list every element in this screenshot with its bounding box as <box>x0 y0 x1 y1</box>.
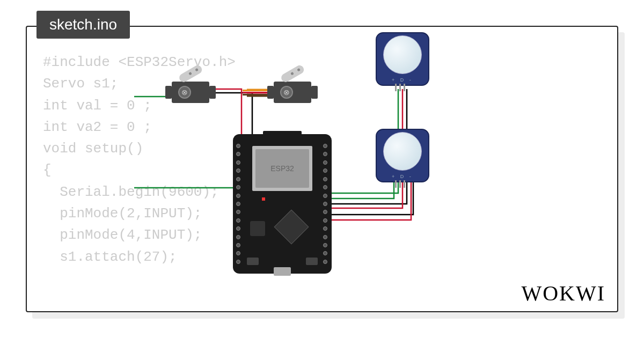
pir-pin-label: + D - <box>376 77 429 83</box>
boot-switch[interactable] <box>250 221 265 236</box>
pir-sensor-1[interactable]: + D - <box>376 32 429 86</box>
pin-header-left[interactable] <box>236 144 241 264</box>
servo-cable <box>243 90 267 95</box>
servo-2[interactable]: ⊗ <box>274 82 311 103</box>
micro-usb-port <box>274 267 291 276</box>
chip-label: ESP32 <box>270 164 294 173</box>
power-led-icon <box>262 197 265 201</box>
antenna <box>263 131 302 138</box>
pir-lens-icon <box>383 132 422 171</box>
en-button[interactable] <box>247 258 259 265</box>
wokwi-logo: WOKWI <box>521 281 605 306</box>
esp32-board[interactable]: ESP32 <box>233 134 332 274</box>
servo-body: ⊗ <box>172 82 209 103</box>
circuit-diagram[interactable]: ⊗ ⊗ ESP32 <box>134 38 521 268</box>
boot-button[interactable] <box>306 258 318 265</box>
pir-sensor-2[interactable]: + D - <box>376 129 429 182</box>
servo-1[interactable]: ⊗ <box>172 82 209 103</box>
filename-tab[interactable]: sketch.ino <box>36 11 130 39</box>
pir-pins <box>395 180 405 188</box>
rf-shield: ESP32 <box>252 146 312 191</box>
pir-pin-label: + D - <box>376 174 429 179</box>
pir-lens-icon <box>383 35 422 74</box>
pir-pins <box>395 84 405 91</box>
usb-uart-chip <box>274 209 309 244</box>
pin-header-right[interactable] <box>323 144 328 264</box>
servo-body: ⊗ <box>274 82 311 103</box>
